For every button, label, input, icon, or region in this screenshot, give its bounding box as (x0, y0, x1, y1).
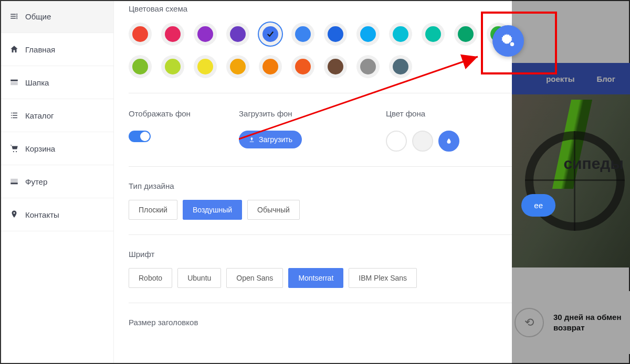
bg-color-label: Цвет фона (386, 108, 459, 119)
color-swatch[interactable] (129, 23, 152, 46)
color-swatch[interactable] (226, 23, 249, 46)
preview-hero-button: ее (521, 194, 555, 217)
design-option[interactable]: Плоский (129, 200, 177, 220)
upload-bg-label: Загрузить фон (239, 108, 302, 119)
font-option[interactable]: IBM Plex Sans (349, 268, 417, 288)
font-option[interactable]: Montserrat (288, 268, 343, 288)
show-bg-label: Отображать фон (129, 108, 202, 119)
upload-bg-button[interactable]: Загрузить (239, 131, 302, 148)
upload-btn-label: Загрузить (259, 135, 292, 144)
upload-icon (248, 136, 255, 143)
color-swatch[interactable] (291, 55, 314, 78)
color-swatch[interactable] (356, 55, 380, 78)
bg-color-custom[interactable] (438, 131, 459, 152)
bg-color-white[interactable] (386, 131, 407, 152)
color-swatch[interactable] (259, 55, 282, 78)
font-option[interactable]: Roboto (129, 268, 172, 288)
show-bg-toggle[interactable] (129, 131, 151, 142)
bg-color-options (386, 131, 459, 152)
live-preview: роекты Блог сипеды ее ⟲ 30 дней на обмен… (512, 0, 630, 364)
bg-color-light[interactable] (412, 131, 433, 152)
font-option[interactable]: Ubuntu (177, 268, 221, 288)
color-swatch[interactable] (291, 23, 314, 46)
color-swatch[interactable] (356, 23, 380, 46)
color-swatch[interactable] (324, 23, 347, 46)
color-swatch[interactable] (422, 23, 445, 46)
font-option[interactable]: Open Sans (226, 268, 283, 288)
design-option[interactable]: Обычный (247, 200, 300, 220)
gears-icon (500, 33, 516, 49)
color-swatch[interactable] (161, 23, 184, 46)
color-swatch[interactable] (129, 55, 152, 78)
color-swatch[interactable] (389, 23, 412, 46)
color-swatch[interactable] (324, 55, 347, 78)
color-swatch[interactable] (194, 23, 217, 46)
preview-hero-title: сипеды (563, 155, 624, 173)
color-swatch[interactable] (226, 55, 249, 78)
color-swatch[interactable] (194, 55, 217, 78)
color-swatch[interactable] (389, 55, 412, 78)
design-option[interactable]: Воздушный (183, 200, 242, 220)
color-swatch[interactable] (259, 23, 282, 46)
droplet-icon (445, 136, 453, 146)
color-swatch[interactable] (161, 55, 184, 78)
color-swatch[interactable] (454, 23, 477, 46)
settings-fab[interactable] (492, 25, 524, 57)
